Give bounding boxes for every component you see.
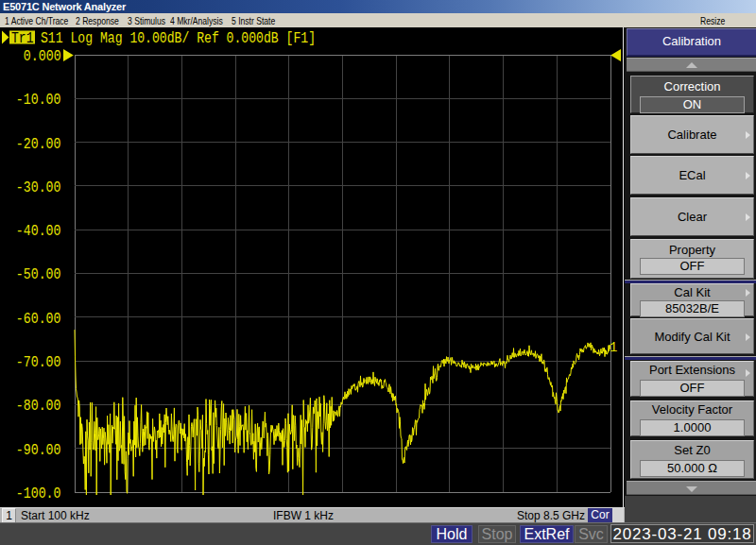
svg-text:-30.00: -30.00 bbox=[16, 179, 61, 196]
svg-text:0.000: 0.000 bbox=[24, 48, 61, 65]
svg-text:Tr1: Tr1 bbox=[11, 30, 34, 47]
svg-text:-80.00: -80.00 bbox=[16, 398, 61, 415]
svg-text:-10.00: -10.00 bbox=[16, 92, 61, 109]
svg-text:-90.00: -90.00 bbox=[16, 442, 61, 459]
svg-text:-60.00: -60.00 bbox=[16, 311, 61, 328]
svg-text:-20.00: -20.00 bbox=[16, 136, 61, 153]
svg-text:S11 Log Mag 10.00dB/ Ref 0.000: S11 Log Mag 10.00dB/ Ref 0.000dB [F1] bbox=[41, 30, 316, 47]
svg-text:-50.00: -50.00 bbox=[16, 266, 61, 283]
svg-text:-70.00: -70.00 bbox=[16, 354, 61, 371]
svg-text:-100.0: -100.0 bbox=[16, 485, 61, 502]
svg-text:-40.00: -40.00 bbox=[16, 223, 61, 240]
svg-text:1: 1 bbox=[610, 340, 617, 355]
